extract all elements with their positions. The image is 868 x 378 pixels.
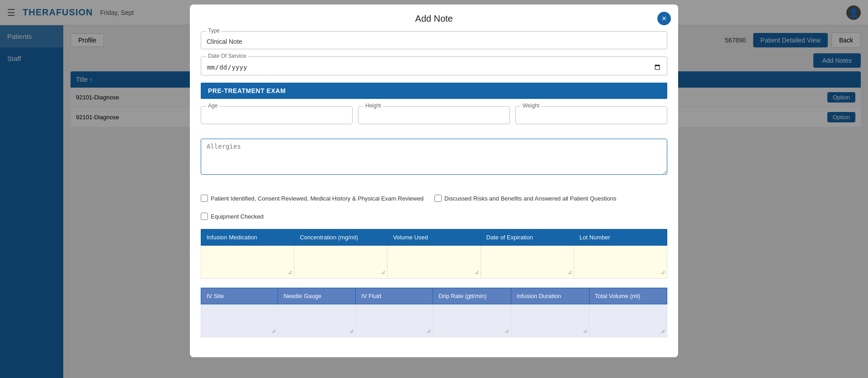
add-note-modal: Add Note × Type Date Of Service PRE-TREA… [190, 5, 678, 357]
checkbox-item-1: Patient Identified, Consent Reviewed, Me… [201, 195, 424, 202]
checkboxes-row: Patient Identified, Consent Reviewed, Me… [201, 195, 667, 220]
drip-rate-input[interactable] [435, 306, 509, 333]
concentration-input[interactable] [296, 247, 385, 275]
risks-checkbox[interactable] [434, 195, 442, 202]
age-label: Age [206, 103, 219, 109]
height-label: Height [363, 103, 383, 109]
age-input[interactable] [201, 106, 353, 124]
col-infusion-duration: Infusion Duration [511, 288, 589, 304]
vitals-row: Age Height Weight [201, 106, 667, 131]
modal-body: Type Date Of Service PRE-TREATMENT EXAM … [190, 31, 678, 337]
lot-number-input[interactable] [576, 247, 665, 275]
infusion-duration-cell [511, 304, 589, 337]
concentration-cell [294, 246, 387, 279]
equipment-checkbox[interactable] [201, 213, 208, 220]
weight-label: Weight [521, 103, 541, 109]
col-total-volume: Total Volume (ml) [589, 288, 667, 304]
needle-gauge-input[interactable] [280, 306, 354, 333]
col-concentration: Concentration (mg/ml) [294, 229, 387, 246]
consent-checkbox[interactable] [201, 195, 208, 202]
type-input[interactable] [201, 31, 667, 49]
total-volume-cell [589, 304, 667, 337]
modal-close-button[interactable]: × [657, 12, 671, 25]
drip-rate-cell [433, 304, 511, 337]
weight-input[interactable] [515, 106, 667, 124]
infusion-med-input[interactable] [203, 247, 292, 275]
date-label: Date Of Service [206, 53, 248, 59]
col-date-expiration: Date of Expiration [481, 229, 574, 246]
needle-gauge-cell [278, 304, 356, 337]
date-expiration-input[interactable] [483, 247, 572, 275]
infusion-duration-input[interactable] [513, 306, 587, 333]
consent-label: Patient Identified, Consent Reviewed, Me… [211, 195, 424, 202]
iv-fluid-input[interactable] [358, 306, 431, 333]
lot-number-cell [574, 246, 667, 279]
modal-title: Add Note [415, 14, 453, 24]
iv-table: IV Site Needle Gauge IV Fluid Drip Rate … [201, 288, 667, 337]
col-volume-used: Volume Used [387, 229, 481, 246]
date-input[interactable] [201, 56, 667, 75]
infusion-med-cell [201, 246, 294, 279]
height-field: Height [358, 106, 510, 124]
allergies-input[interactable] [201, 139, 667, 175]
date-of-service-field: Date Of Service [201, 56, 667, 75]
age-field: Age [201, 106, 353, 124]
col-iv-fluid: IV Fluid [356, 288, 433, 304]
iv-site-input[interactable] [203, 306, 276, 333]
col-drip-rate: Drip Rate (gtt/min) [433, 288, 511, 304]
height-input[interactable] [358, 106, 510, 124]
equipment-label: Equipment Checked [211, 213, 264, 220]
total-volume-input[interactable] [591, 306, 665, 333]
allergies-container [201, 139, 667, 186]
risks-label: Discussed Risks and Benefits and Answere… [444, 195, 616, 202]
type-label: Type [206, 28, 222, 34]
col-needle-gauge: Needle Gauge [278, 288, 356, 304]
section-header: PRE-TREATMENT EXAM [201, 83, 667, 99]
date-expiration-cell [481, 246, 574, 279]
modal-overlay: Add Note × Type Date Of Service PRE-TREA… [0, 0, 868, 378]
infusion-table: Infusion Medication Concentration (mg/ml… [201, 229, 667, 279]
col-lot-number: Lot Number [574, 229, 667, 246]
volume-used-cell [387, 246, 481, 279]
checkbox-item-3: Equipment Checked [201, 213, 264, 220]
modal-header: Add Note × [190, 5, 678, 31]
col-iv-site: IV Site [201, 288, 278, 304]
volume-used-input[interactable] [389, 247, 478, 275]
type-field: Type [201, 31, 667, 49]
iv-fluid-cell [356, 304, 433, 337]
iv-site-cell [201, 304, 278, 337]
checkbox-item-2: Discussed Risks and Benefits and Answere… [434, 195, 616, 202]
weight-field: Weight [515, 106, 667, 124]
col-infusion-med: Infusion Medication [201, 229, 294, 246]
